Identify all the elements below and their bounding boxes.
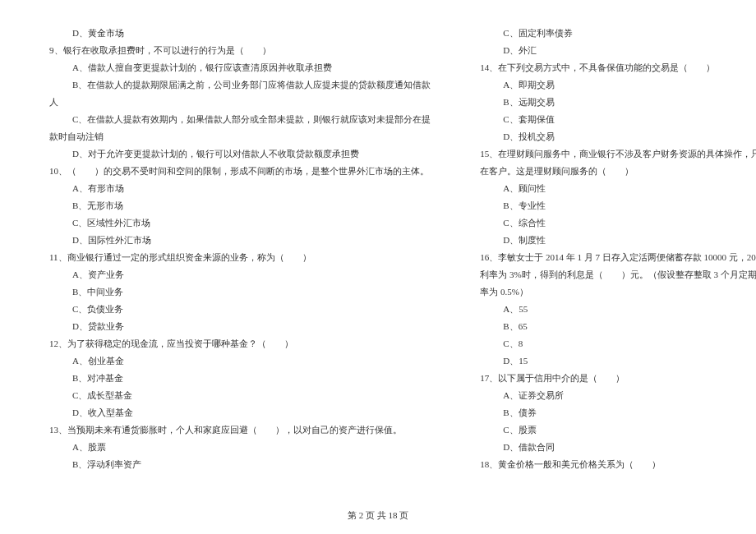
text-line: D、外汇 <box>480 42 756 59</box>
text-line: 款时自动注销 <box>49 128 431 145</box>
text-line: C、负债业务 <box>49 301 431 318</box>
text-line: 15、在理财顾问服务中，商业银行不涉及客户财务资源的具体操作，只提供建议，最终决… <box>480 145 756 163</box>
text-line: A、创业基金 <box>49 352 431 370</box>
text-line: D、对于允许变更提款计划的，银行可以对借款人不收取贷款额度承担费 <box>49 145 431 163</box>
page-footer: 第 2 页 共 18 页 <box>0 509 756 522</box>
text-line: D、黄金市场 <box>49 25 431 42</box>
text-line: 10、（ ）的交易不受时间和空间的限制，形成不间断的市场，是整个世界外汇市场的主… <box>49 163 431 180</box>
text-line: A、顾问性 <box>480 180 756 197</box>
text-line: B、无形市场 <box>49 197 431 214</box>
text-line: A、借款人擅自变更提款计划的，银行应该查清原因并收取承担费 <box>49 59 431 76</box>
text-line: D、国际性外汇市场 <box>49 232 431 249</box>
left-column: D、黄金市场9、银行在收取承担费时，不可以进行的行为是（ ）A、借款人擅自变更提… <box>49 25 431 485</box>
text-line: D、投机交易 <box>480 128 756 145</box>
text-line: 16、李敏女士于 2014 年 1 月 7 日存入定活两便储蓄存款 10000 … <box>480 249 756 266</box>
right-column: C、固定利率债券D、外汇14、在下列交易方式中，不具备保值功能的交易是（ ）A、… <box>480 25 756 485</box>
text-line: B、债券 <box>480 404 756 421</box>
text-line: 17、以下属于信用中介的是（ ） <box>480 370 756 387</box>
text-line: C、成长型基金 <box>49 387 431 404</box>
text-line: B、在借款人的提款期限届满之前，公司业务部门应将借款人应提未提的贷款额度通知借款 <box>49 76 431 94</box>
text-line: B、浮动利率资产 <box>49 456 431 473</box>
text-line: A、证券交易所 <box>480 387 756 404</box>
text-line: C、在借款人提款有效期内，如果借款人部分或全部未提款，则银行就应该对未提部分在提 <box>49 111 431 128</box>
text-line: 11、商业银行通过一定的形式组织资金来源的业务，称为（ ） <box>49 249 431 266</box>
text-line: D、借款合同 <box>480 439 756 456</box>
text-line: 9、银行在收取承担费时，不可以进行的行为是（ ） <box>49 42 431 59</box>
text-line: C、固定利率债券 <box>480 25 756 42</box>
text-line: D、制度性 <box>480 232 756 249</box>
content-columns: D、黄金市场9、银行在收取承担费时，不可以进行的行为是（ ）A、借款人擅自变更提… <box>49 25 707 485</box>
text-line: 率为 0.5%） <box>480 283 756 301</box>
text-line: 12、为了获得稳定的现金流，应当投资于哪种基金？（ ） <box>49 335 431 352</box>
text-line: 18、黄金价格一般和美元价格关系为（ ） <box>480 456 756 473</box>
text-line: C、区域性外汇市场 <box>49 214 431 232</box>
text-line: B、专业性 <box>480 197 756 214</box>
text-line: 人 <box>49 94 431 111</box>
text-line: A、有形市场 <box>49 180 431 197</box>
text-line: B、中间业务 <box>49 283 431 301</box>
text-line: C、综合性 <box>480 214 756 232</box>
text-line: B、远期交易 <box>480 94 756 111</box>
text-line: 利率为 3%时，得到的利息是（ ）元。（假设整存整取 3 个月定期存款年利率为 … <box>480 266 756 283</box>
text-line: A、55 <box>480 301 756 318</box>
text-line: C、8 <box>480 335 756 352</box>
text-line: 在客户。这是理财顾问服务的（ ） <box>480 163 756 180</box>
text-line: B、65 <box>480 318 756 335</box>
text-line: C、股票 <box>480 421 756 439</box>
text-line: D、15 <box>480 352 756 370</box>
text-line: A、资产业务 <box>49 266 431 283</box>
text-line: C、套期保值 <box>480 111 756 128</box>
text-line: D、贷款业务 <box>49 318 431 335</box>
text-line: A、股票 <box>49 439 431 456</box>
text-line: D、收入型基金 <box>49 404 431 421</box>
text-line: 13、当预期未来有通货膨胀时，个人和家庭应回避（ ），以对自己的资产进行保值。 <box>49 421 431 439</box>
text-line: B、对冲基金 <box>49 370 431 387</box>
text-line: 14、在下列交易方式中，不具备保值功能的交易是（ ） <box>480 59 756 76</box>
text-line: A、即期交易 <box>480 76 756 94</box>
